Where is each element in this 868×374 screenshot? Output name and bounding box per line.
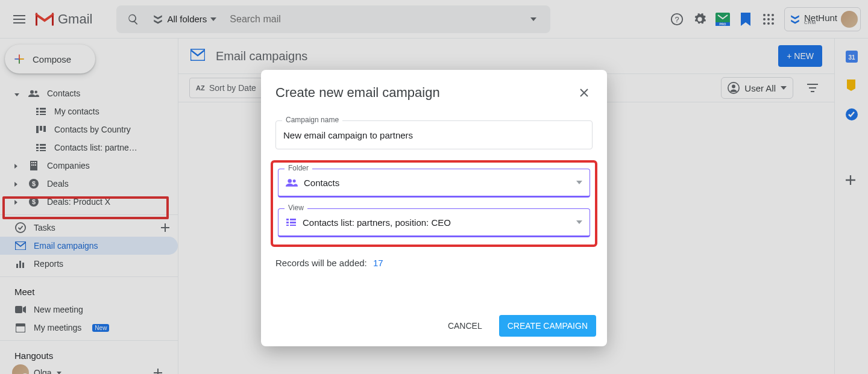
folder-select[interactable]: Folder Contacts (278, 169, 590, 198)
list-icon (286, 219, 297, 226)
chevron-down-icon (576, 220, 582, 224)
annotation-highlight: Folder Contacts View Contacts list: part… (271, 160, 597, 247)
folder-value: Contacts (304, 178, 576, 188)
chevron-down-icon (576, 181, 582, 184)
cancel-button[interactable]: CANCEL (442, 315, 488, 337)
svg-rect-64 (290, 225, 296, 226)
campaign-name-field[interactable]: Campaign name (275, 120, 593, 149)
modal-title: Create new email campaign (275, 85, 440, 101)
people-icon (286, 178, 298, 187)
svg-point-57 (288, 179, 292, 183)
svg-point-58 (293, 179, 296, 182)
close-button[interactable] (576, 84, 593, 101)
svg-rect-60 (290, 219, 296, 220)
field-label: View (285, 204, 307, 212)
view-select[interactable]: View Contacts list: partners, position: … (278, 208, 590, 237)
svg-rect-61 (286, 222, 289, 223)
records-count: 17 (373, 258, 383, 268)
create-campaign-button[interactable]: CREATE CAMPAIGN (499, 315, 596, 337)
svg-rect-63 (286, 225, 289, 226)
records-label: Records will be added: (275, 258, 367, 268)
svg-rect-62 (290, 222, 296, 223)
svg-rect-59 (286, 219, 289, 220)
campaign-name-input[interactable] (283, 130, 585, 140)
field-label: Folder (285, 164, 312, 172)
field-label: Campaign name (282, 116, 342, 124)
create-campaign-modal: Create new email campaign Campaign name … (261, 70, 607, 346)
close-icon (580, 89, 588, 97)
view-value: Contacts list: partners, position: CEO (303, 217, 576, 228)
records-summary: Records will be added: 17 (275, 255, 593, 268)
